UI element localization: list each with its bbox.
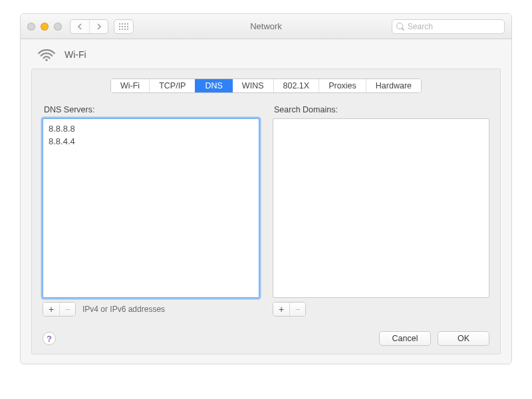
window-zoom-button[interactable] — [54, 23, 62, 31]
dns-servers-column: DNS Servers: 8.8.8.88.8.4.4 + − IPv4 or … — [43, 105, 259, 317]
traffic-lights — [27, 23, 62, 31]
search-icon — [396, 23, 404, 31]
search-field[interactable] — [392, 19, 505, 34]
chevron-right-icon — [96, 23, 102, 30]
search-input[interactable] — [406, 21, 500, 32]
chevron-left-icon — [77, 23, 83, 30]
window-minimize-button[interactable] — [41, 23, 49, 31]
connection-name: Wi-Fi — [65, 49, 86, 60]
dns-servers-list[interactable]: 8.8.8.88.8.4.4 — [43, 118, 259, 298]
tab-wifi[interactable]: Wi-Fi — [111, 79, 149, 92]
tab-8021x[interactable]: 802.1X — [273, 79, 319, 92]
dns-servers-add-remove: + − — [43, 302, 76, 317]
wifi-icon — [37, 47, 57, 62]
dns-columns: DNS Servers: 8.8.8.88.8.4.4 + − IPv4 or … — [43, 105, 489, 317]
tab-tcpip[interactable]: TCP/IP — [149, 79, 195, 92]
search-domains-remove-button[interactable]: − — [289, 303, 305, 316]
grid-icon — [119, 23, 128, 30]
help-button[interactable]: ? — [43, 332, 56, 345]
dns-server-entry[interactable]: 8.8.4.4 — [49, 136, 253, 148]
search-domains-add-remove: + − — [273, 302, 306, 317]
dns-servers-remove-button[interactable]: − — [59, 303, 75, 316]
dns-servers-hint: IPv4 or IPv6 addresses — [82, 305, 165, 314]
tab-dns[interactable]: DNS — [195, 79, 231, 92]
panel-footer: ? Cancel OK — [43, 331, 489, 346]
show-all-button[interactable] — [114, 19, 134, 34]
tab-wins[interactable]: WINS — [232, 79, 273, 92]
dns-servers-add-button[interactable]: + — [43, 303, 59, 316]
titlebar: Network — [21, 14, 511, 39]
search-domains-list[interactable] — [273, 118, 489, 298]
nav-back-forward — [70, 19, 108, 34]
preferences-window: Network Wi-Fi Wi-FiTCP/IPDNSWINS802.1XPr… — [20, 13, 512, 364]
tab-hardware[interactable]: Hardware — [366, 79, 421, 92]
cancel-button[interactable]: Cancel — [379, 331, 431, 346]
search-domains-column: Search Domains: + − — [273, 105, 489, 317]
ok-button[interactable]: OK — [438, 331, 489, 346]
dns-servers-label: DNS Servers: — [44, 105, 259, 114]
dns-server-entry[interactable]: 8.8.8.8 — [49, 123, 253, 136]
svg-point-0 — [45, 59, 47, 61]
tab-proxies[interactable]: Proxies — [319, 79, 366, 92]
nav-forward-button[interactable] — [89, 20, 108, 33]
window-close-button[interactable] — [27, 23, 35, 31]
connection-header: Wi-Fi — [21, 39, 511, 68]
settings-panel: Wi-FiTCP/IPDNSWINS802.1XProxiesHardware … — [31, 68, 501, 354]
search-domains-label: Search Domains: — [274, 105, 489, 114]
window-title: Network — [250, 21, 282, 31]
nav-back-button[interactable] — [70, 20, 89, 33]
search-domains-add-button[interactable]: + — [273, 303, 289, 316]
tab-bar: Wi-FiTCP/IPDNSWINS802.1XProxiesHardware — [43, 78, 489, 93]
